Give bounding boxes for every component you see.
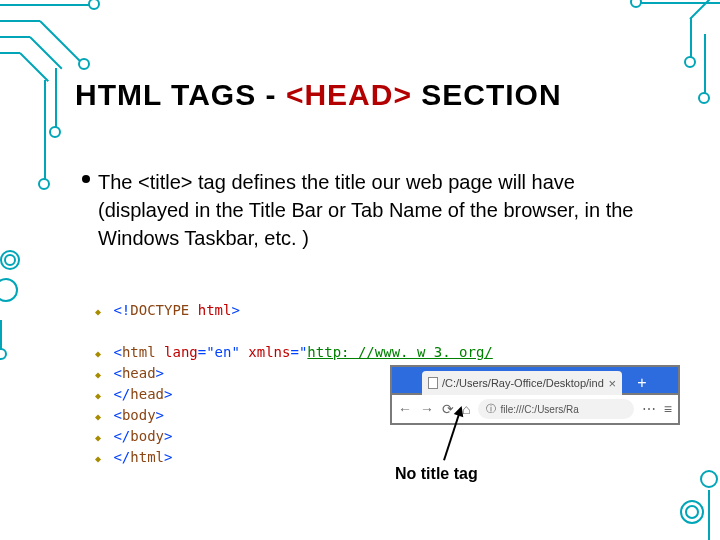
heading-part3: SECTION (412, 78, 562, 111)
bullet-icon (82, 175, 90, 183)
forward-icon[interactable]: → (420, 401, 434, 417)
more-icon[interactable]: ⋯ (642, 401, 656, 417)
heading-red: <HEAD> (286, 78, 412, 111)
slide-heading: HTML TAGS - <HEAD> SECTION (75, 78, 562, 112)
close-icon[interactable]: × (608, 376, 616, 391)
body-paragraph: The <title> tag defines the title our we… (98, 168, 668, 252)
back-icon[interactable]: ← (398, 401, 412, 417)
menu-icon[interactable]: ≡ (664, 401, 672, 417)
info-icon: ⓘ (486, 402, 496, 416)
new-tab-button[interactable]: + (632, 373, 652, 393)
code-line: ◆ <!DOCTYPE html> (95, 300, 493, 321)
code-line: ◆ <html lang="en" xmlns="http: //www. w … (95, 342, 493, 363)
browser-toolbar: ← → ⟳ ⌂ ⓘ file:///C:/Users/Ra ⋯ ≡ (390, 395, 680, 425)
url-text: file:///C:/Users/Ra (500, 404, 578, 415)
heading-part1: HTML TAGS - (75, 78, 286, 111)
url-bar[interactable]: ⓘ file:///C:/Users/Ra (478, 399, 633, 419)
tab-title: /C:/Users/Ray-Office/Desktop/ind (442, 377, 604, 389)
browser-tab[interactable]: /C:/Users/Ray-Office/Desktop/ind × (422, 371, 622, 395)
browser-tab-bar: /C:/Users/Ray-Office/Desktop/ind × + (390, 365, 680, 395)
code-line: ◆ </body> (95, 426, 493, 447)
caption-label: No title tag (395, 465, 478, 483)
reload-icon[interactable]: ⟳ (442, 401, 454, 417)
file-icon (428, 377, 438, 389)
